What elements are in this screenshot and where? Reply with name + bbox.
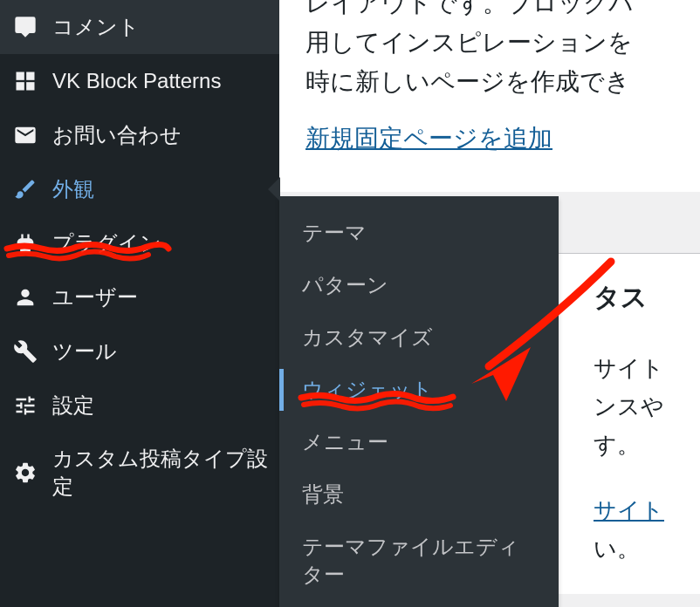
- content-area: レイアウトです。ブロックパ 用してインスピレーションを 時に新しいページを作成で…: [279, 0, 700, 192]
- submenu-item-widgets[interactable]: ウィジェット: [279, 364, 559, 416]
- sidebar-item-label: VK Block Patterns: [52, 69, 221, 93]
- sliders-icon: [10, 391, 40, 420]
- svg-rect-1: [26, 72, 34, 80]
- status-body: サイト ンスや す。 サイト い。: [594, 349, 700, 568]
- appearance-submenu: テーマ パターン カスタマイズ ウィジェット メニュー 背景 テーマファイルエデ…: [279, 196, 559, 607]
- sidebar-item-plugins[interactable]: プラグイン: [0, 216, 279, 270]
- grid-icon: [10, 66, 40, 96]
- status-panel: タス サイト ンスや す。 サイト い。: [559, 253, 700, 594]
- brush-icon: [10, 174, 40, 204]
- submenu-item-theme-editor[interactable]: テーマファイルエディター: [279, 521, 559, 601]
- sidebar-item-label: コメント: [52, 13, 140, 41]
- sidebar-item-appearance[interactable]: 外観: [0, 162, 279, 216]
- plug-icon: [10, 228, 40, 258]
- submenu-item-menus[interactable]: メニュー: [279, 416, 559, 468]
- sidebar-item-label: カスタム投稿タイプ設定: [52, 445, 269, 501]
- sidebar-item-label: お問い合わせ: [52, 121, 182, 149]
- svg-rect-2: [17, 82, 24, 90]
- comment-icon: [10, 12, 40, 42]
- svg-rect-0: [17, 72, 24, 80]
- sidebar-item-label: プラグイン: [52, 229, 161, 257]
- wrench-icon: [10, 337, 40, 366]
- sidebar-item-label: 設定: [52, 392, 94, 419]
- status-link[interactable]: サイト: [594, 497, 664, 523]
- sidebar-item-label: 外観: [52, 175, 94, 203]
- add-new-page-link[interactable]: 新規固定ページを追加: [305, 122, 552, 155]
- svg-rect-3: [26, 82, 34, 90]
- sidebar-item-tools[interactable]: ツール: [0, 324, 279, 379]
- sidebar-item-contact[interactable]: お問い合わせ: [0, 108, 279, 162]
- sidebar-item-cpt-settings[interactable]: カスタム投稿タイプ設定: [0, 433, 279, 513]
- sidebar-item-label: ツール: [52, 338, 117, 365]
- status-heading: タス: [594, 280, 700, 316]
- submenu-item-patterns[interactable]: パターン: [279, 259, 559, 311]
- mail-icon: [10, 120, 40, 150]
- sidebar-item-label: ユーザー: [52, 283, 138, 311]
- submenu-item-themes[interactable]: テーマ: [279, 207, 559, 259]
- sidebar-item-settings[interactable]: 設定: [0, 379, 279, 433]
- gear-icon: [10, 458, 40, 488]
- content-paragraph: レイアウトです。ブロックパ 用してインスピレーションを 時に新しいページを作成で…: [305, 0, 674, 101]
- submenu-item-customize[interactable]: カスタマイズ: [279, 311, 559, 364]
- sidebar-item-vk-block-patterns[interactable]: VK Block Patterns: [0, 54, 279, 108]
- submenu-item-background[interactable]: 背景: [279, 468, 559, 521]
- sidebar-item-users[interactable]: ユーザー: [0, 270, 279, 324]
- sidebar-item-comments[interactable]: コメント: [0, 0, 279, 54]
- user-icon: [10, 283, 40, 312]
